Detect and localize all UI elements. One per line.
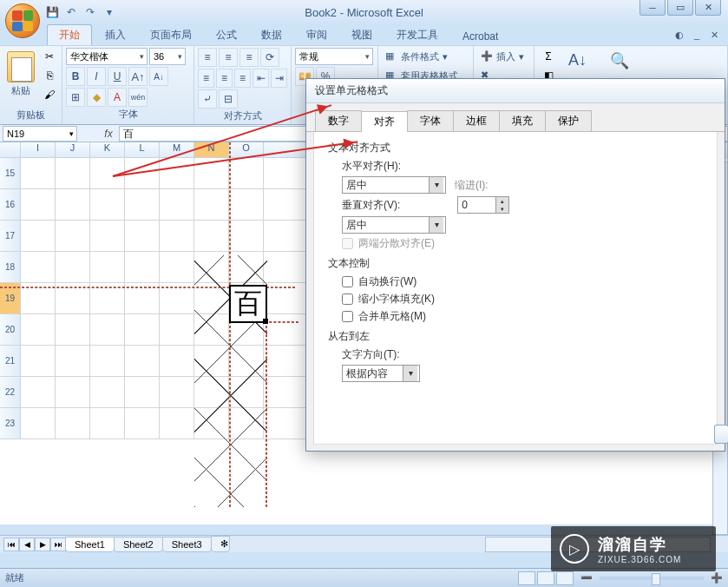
col-K[interactable]: K xyxy=(90,142,125,157)
row-23[interactable]: 23 xyxy=(0,408,21,439)
italic-button[interactable]: I xyxy=(87,67,106,86)
merge-checkbox[interactable]: 合并单元格(M) xyxy=(342,309,703,324)
align-right-button[interactable]: ≡ xyxy=(234,69,251,88)
tab-data[interactable]: 数据 xyxy=(250,25,293,45)
shrink-checkbox[interactable]: 缩小字体填充(K) xyxy=(342,292,703,307)
office-button[interactable] xyxy=(5,3,40,38)
dtab-protection[interactable]: 保护 xyxy=(545,110,592,131)
col-I[interactable]: I xyxy=(21,142,56,157)
conditional-format-button[interactable]: ▦条件格式 ▾ xyxy=(382,48,469,65)
select-all-corner[interactable] xyxy=(0,142,21,157)
merge-center-button[interactable]: ⊟ xyxy=(219,89,238,109)
align-bottom-button[interactable]: ≡ xyxy=(239,48,259,67)
tab-formulas[interactable]: 公式 xyxy=(205,25,248,45)
play-icon: ▷ xyxy=(560,534,589,564)
align-middle-button[interactable]: ≡ xyxy=(219,48,238,67)
maximize-button[interactable]: ▭ xyxy=(667,0,693,16)
bold-button[interactable]: B xyxy=(66,67,85,86)
format-painter-icon[interactable]: 🖌 xyxy=(41,86,58,103)
phonetic-button[interactable]: wén xyxy=(128,88,148,107)
name-box[interactable]: N19 xyxy=(3,126,77,142)
minimize-ribbon-icon[interactable]: _ xyxy=(690,28,704,42)
shrink-font-button[interactable]: A↓ xyxy=(149,67,168,86)
orientation-button[interactable]: ⟳ xyxy=(260,48,279,67)
tab-view[interactable]: 视图 xyxy=(340,25,384,45)
section-text-control: 文本控制 xyxy=(328,256,703,271)
row-21[interactable]: 21 xyxy=(0,346,21,376)
active-cell[interactable]: 百 xyxy=(229,285,267,323)
sheet-last-icon[interactable]: ⏭ xyxy=(50,538,66,551)
row-16[interactable]: 16 xyxy=(0,189,21,220)
indent-spinner[interactable]: 0 xyxy=(457,196,509,214)
text-dir-combo[interactable]: 根据内容 xyxy=(342,365,420,382)
font-color-button[interactable]: A xyxy=(108,88,127,107)
doc-close-icon[interactable]: ✕ xyxy=(707,28,721,42)
insert-cells-button[interactable]: ➕插入 ▾ xyxy=(477,48,530,65)
row-22[interactable]: 22 xyxy=(0,377,21,407)
page-break-view-button[interactable] xyxy=(556,571,574,585)
tab-review[interactable]: 审阅 xyxy=(295,25,338,45)
h-align-combo[interactable]: 居中 xyxy=(342,176,446,194)
tab-insert[interactable]: 插入 xyxy=(94,25,137,45)
col-J[interactable]: J xyxy=(56,142,90,157)
zoom-in-button[interactable]: ➕ xyxy=(711,572,723,584)
dtab-fill[interactable]: 填充 xyxy=(499,110,546,131)
dtab-font[interactable]: 字体 xyxy=(407,110,454,131)
page-layout-view-button[interactable] xyxy=(537,571,554,585)
font-size-combo[interactable]: 36 xyxy=(149,48,186,65)
sheet-tab-2[interactable]: Sheet2 xyxy=(114,537,163,552)
cut-icon[interactable]: ✂ xyxy=(41,48,58,65)
close-button[interactable]: ✕ xyxy=(695,0,721,16)
group-label-alignment: 对齐方式 xyxy=(198,109,287,123)
dtab-border[interactable]: 边框 xyxy=(453,110,500,131)
sheet-next-icon[interactable]: ▶ xyxy=(35,538,50,551)
tab-developer[interactable]: 开发工具 xyxy=(385,25,449,45)
redo-icon[interactable]: ↷ xyxy=(82,3,99,21)
align-top-button[interactable]: ≡ xyxy=(198,48,217,67)
grow-font-button[interactable]: A↑ xyxy=(128,67,148,86)
fill-color-button[interactable]: ◆ xyxy=(87,88,106,107)
row-20[interactable]: 20 xyxy=(0,314,21,345)
row-18[interactable]: 18 xyxy=(0,252,21,282)
paste-icon[interactable] xyxy=(7,51,35,82)
new-sheet-button[interactable]: ✻ xyxy=(211,536,230,552)
font-family-combo[interactable]: 华文楷体 xyxy=(66,48,148,65)
autosum-button[interactable]: Σ xyxy=(540,48,557,65)
group-label-clipboard: 剪贴板 xyxy=(3,108,58,122)
tab-layout[interactable]: 页面布局 xyxy=(139,25,203,45)
help-icon[interactable]: ◐ xyxy=(672,28,686,42)
sheet-prev-icon[interactable]: ◀ xyxy=(19,538,35,551)
sheet-tab-1[interactable]: Sheet1 xyxy=(65,537,115,552)
sheet-tab-3[interactable]: Sheet3 xyxy=(162,537,212,552)
zoom-out-button[interactable]: ➖ xyxy=(580,572,593,584)
ribbon-tabs: 开始 插入 页面布局 公式 数据 审阅 视图 开发工具 Acrobat xyxy=(0,24,728,45)
minimize-button[interactable]: ─ xyxy=(639,0,666,16)
col-L[interactable]: L xyxy=(125,142,160,157)
border-button[interactable]: ⊞ xyxy=(66,88,85,107)
normal-view-button[interactable] xyxy=(518,571,535,585)
align-center-button[interactable]: ≡ xyxy=(216,69,233,88)
dialog-ok-button[interactable] xyxy=(714,425,728,444)
undo-icon[interactable]: ↶ xyxy=(62,3,80,21)
copy-icon[interactable]: ⎘ xyxy=(41,67,58,84)
qat-customize-icon[interactable]: ▾ xyxy=(101,3,118,21)
fx-icon[interactable]: fx xyxy=(98,128,119,140)
dtab-alignment[interactable]: 对齐 xyxy=(361,111,408,132)
group-font: 华文楷体 36 B I U A↑ A↓ ⊞ ◆ A wén 字体 xyxy=(62,46,194,124)
paste-label[interactable]: 粘贴 xyxy=(11,84,30,97)
row-15[interactable]: 15 xyxy=(0,158,21,188)
number-format-combo[interactable]: 常规 xyxy=(295,48,373,65)
zoom-slider[interactable] xyxy=(600,577,704,580)
decrease-indent-button[interactable]: ⇤ xyxy=(253,69,269,88)
save-icon[interactable]: 💾 xyxy=(43,3,61,21)
tab-acrobat[interactable]: Acrobat xyxy=(451,28,509,45)
row-17[interactable]: 17 xyxy=(0,221,21,251)
wrap-text-button[interactable]: ⤶ xyxy=(198,89,217,109)
increase-indent-button[interactable]: ⇥ xyxy=(271,69,287,88)
align-left-button[interactable]: ≡ xyxy=(198,69,214,88)
tab-home[interactable]: 开始 xyxy=(47,24,92,45)
underline-button[interactable]: U xyxy=(108,67,127,86)
v-align-combo[interactable]: 居中 xyxy=(342,216,446,234)
sheet-first-icon[interactable]: ⏮ xyxy=(3,538,19,551)
wrap-checkbox[interactable]: 自动换行(W) xyxy=(342,274,703,289)
